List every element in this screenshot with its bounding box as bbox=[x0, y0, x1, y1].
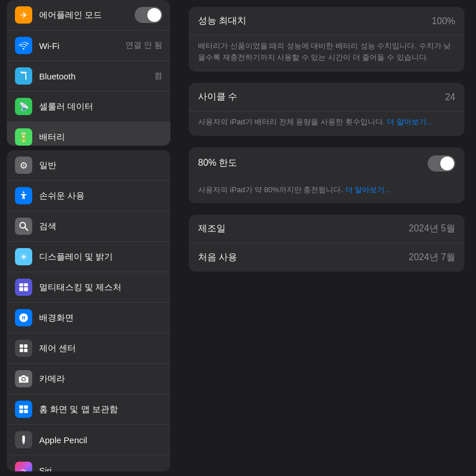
search-icon bbox=[15, 218, 32, 235]
svg-rect-7 bbox=[20, 344, 23, 348]
sidebar-label-home: 홈 화면 및 앱 보관함 bbox=[39, 404, 162, 415]
bluetooth-icon: ℸ bbox=[15, 67, 32, 85]
content-inner: 성능 최대치 100% 배터리가 신품이었을 때의 성능에 대비한 배터리 성능… bbox=[177, 0, 476, 290]
sidebar-mid-group: ⚙ 일반 손쉬운 사용 검색 ☀ bbox=[7, 150, 170, 471]
svg-rect-15 bbox=[22, 436, 25, 443]
bluetooth-value: 켬 bbox=[154, 71, 162, 81]
sidebar-label-pencil: Apple Pencil bbox=[39, 435, 162, 445]
cycle-label: 사이클 수 bbox=[198, 91, 237, 103]
manufacture-row-0: 제조일 2024년 5월 bbox=[189, 215, 464, 243]
sidebar-item-accessibility[interactable]: 손쉬운 사용 bbox=[7, 181, 170, 211]
wallpaper-icon bbox=[15, 309, 32, 326]
sidebar-item-bluetooth[interactable]: ℸ Bluetooth 켬 bbox=[7, 61, 170, 92]
svg-rect-10 bbox=[24, 349, 28, 352]
sidebar-label-general: 일반 bbox=[39, 160, 162, 171]
sidebar-label-battery: 배터리 bbox=[39, 132, 162, 143]
multitask-icon bbox=[15, 279, 32, 296]
sidebar-label-multitask: 멀티태스킹 및 제스처 bbox=[39, 282, 162, 293]
limit-section: 80% 한도 사용자의 iPad가 약 80%까지만 충전됩니다. 더 알아보기… bbox=[189, 147, 464, 204]
svg-rect-11 bbox=[20, 405, 24, 409]
manufacture-value-1: 2024년 7월 bbox=[409, 252, 455, 264]
accessibility-icon bbox=[15, 187, 32, 204]
performance-row: 성능 최대치 100% bbox=[189, 7, 464, 36]
content-area: 성능 최대치 100% 배터리가 신품이었을 때의 성능에 대비한 배터리 성능… bbox=[177, 0, 476, 476]
sidebar-item-general[interactable]: ⚙ 일반 bbox=[7, 150, 170, 181]
siri-icon bbox=[15, 462, 32, 471]
airplane-icon: ✈ bbox=[15, 6, 32, 24]
sidebar-item-camera[interactable]: 카메라 bbox=[7, 364, 170, 394]
svg-rect-8 bbox=[24, 344, 28, 348]
toggle-knob-limit bbox=[440, 157, 454, 170]
limit-learn-more-link[interactable]: 더 알아보기... bbox=[345, 185, 391, 194]
performance-value: 100% bbox=[432, 16, 455, 26]
svg-rect-4 bbox=[24, 283, 28, 286]
sidebar-label-bluetooth: Bluetooth bbox=[39, 71, 147, 81]
wifi-value: 연결 안 됨 bbox=[125, 40, 162, 51]
svg-rect-6 bbox=[24, 287, 28, 291]
wifi-icon bbox=[15, 37, 32, 54]
limit-toggle[interactable] bbox=[428, 155, 455, 172]
svg-point-0 bbox=[23, 192, 25, 193]
limit-desc: 사용자의 iPad가 약 80%까지만 충전됩니다. 더 알아보기... bbox=[189, 180, 464, 204]
sidebar-item-siri[interactable]: Siri bbox=[7, 455, 170, 471]
sidebar-label-wifi: Wi-Fi bbox=[39, 41, 119, 51]
sidebar-label-camera: 카메라 bbox=[39, 374, 162, 384]
performance-desc: 배터리가 신품이었을 때의 성능에 대비한 배터리 성능 수치입니다. 수치가 … bbox=[189, 36, 464, 71]
sidebar-item-wallpaper[interactable]: 배경화면 bbox=[7, 303, 170, 333]
sidebar-label-wallpaper: 배경화면 bbox=[39, 313, 162, 323]
cellular-icon: 📡 bbox=[15, 98, 32, 115]
svg-rect-5 bbox=[20, 287, 24, 291]
sidebar-label-cellular: 셀룰러 데이터 bbox=[39, 101, 162, 112]
control-icon bbox=[15, 340, 32, 357]
svg-rect-9 bbox=[20, 349, 23, 352]
svg-rect-3 bbox=[20, 283, 24, 286]
cycle-learn-more-link[interactable]: 더 알아보기... bbox=[387, 117, 432, 126]
sidebar: ✈ 에어플레인 모드 Wi-Fi 연결 안 됨 ℸ Bluetooth 켬 📡 bbox=[0, 0, 177, 476]
sidebar-item-wifi[interactable]: Wi-Fi 연결 안 됨 bbox=[7, 31, 170, 61]
svg-rect-12 bbox=[24, 405, 28, 409]
sidebar-label-accessibility: 손쉬운 사용 bbox=[39, 191, 162, 201]
sidebar-label-control: 제어 센터 bbox=[39, 343, 162, 354]
general-icon: ⚙ bbox=[15, 157, 32, 174]
cycle-desc: 사용자의 iPad가 배터리 전체 용량을 사용한 횟수입니다. 더 알아보기.… bbox=[189, 112, 464, 136]
airplane-toggle[interactable] bbox=[135, 7, 162, 23]
manufacture-row-1: 처음 사용 2024년 7월 bbox=[189, 243, 464, 272]
sidebar-item-pencil[interactable]: Apple Pencil bbox=[7, 425, 170, 455]
sidebar-item-multitask[interactable]: 멀티태스킹 및 제스처 bbox=[7, 272, 170, 303]
manufacture-value-0: 2024년 5월 bbox=[409, 223, 455, 235]
sidebar-item-display[interactable]: ☀ 디스플레이 및 밝기 bbox=[7, 242, 170, 272]
sidebar-item-search[interactable]: 검색 bbox=[7, 211, 170, 242]
sidebar-item-control[interactable]: 제어 센터 bbox=[7, 333, 170, 364]
sidebar-label-siri: Siri bbox=[39, 466, 162, 471]
pencil-icon bbox=[15, 431, 32, 448]
sidebar-item-battery[interactable]: 🔋 배터리 bbox=[7, 122, 170, 146]
manufacture-section: 제조일 2024년 5월 처음 사용 2024년 7월 bbox=[189, 215, 464, 272]
manufacture-label-0: 제조일 bbox=[198, 223, 226, 235]
cycle-section: 사이클 수 24 사용자의 iPad가 배터리 전체 용량을 사용한 횟수입니다… bbox=[189, 83, 464, 136]
cycle-value: 24 bbox=[445, 92, 455, 102]
svg-rect-14 bbox=[24, 410, 28, 413]
sidebar-item-airplane[interactable]: ✈ 에어플레인 모드 bbox=[7, 0, 170, 31]
limit-label: 80% 한도 bbox=[198, 157, 237, 169]
sidebar-label-search: 검색 bbox=[39, 221, 162, 232]
sidebar-label-display: 디스플레이 및 밝기 bbox=[39, 252, 162, 262]
svg-rect-13 bbox=[20, 410, 24, 413]
toggle-knob bbox=[147, 8, 161, 22]
display-icon: ☀ bbox=[15, 248, 32, 265]
svg-line-2 bbox=[25, 227, 28, 230]
performance-section: 성능 최대치 100% 배터리가 신품이었을 때의 성능에 대비한 배터리 성능… bbox=[189, 7, 464, 71]
sidebar-top-group: ✈ 에어플레인 모드 Wi-Fi 연결 안 됨 ℸ Bluetooth 켬 📡 bbox=[7, 0, 170, 146]
limit-toggle-row: 80% 한도 bbox=[189, 147, 464, 180]
camera-icon bbox=[15, 370, 32, 387]
sidebar-label-airplane: 에어플레인 모드 bbox=[39, 10, 128, 21]
sidebar-item-home[interactable]: 홈 화면 및 앱 보관함 bbox=[7, 394, 170, 425]
manufacture-label-1: 처음 사용 bbox=[198, 252, 237, 264]
home-icon bbox=[15, 401, 32, 418]
performance-label: 성능 최대치 bbox=[198, 15, 246, 27]
sidebar-item-cellular[interactable]: 📡 셀룰러 데이터 bbox=[7, 92, 170, 122]
cycle-row: 사이클 수 24 bbox=[189, 83, 464, 112]
battery-icon: 🔋 bbox=[15, 128, 32, 146]
